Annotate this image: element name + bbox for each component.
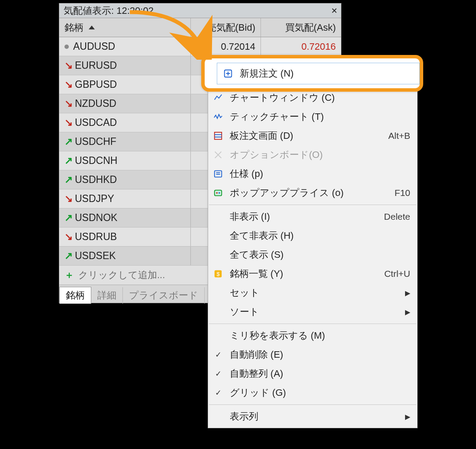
menu-item-auto-arrange[interactable]: ✓ 自動整列 (A) — [208, 364, 417, 383]
bid-cell: 0.72014 — [191, 37, 261, 56]
menu-item-hide-all[interactable]: 全て非表示 (H) — [208, 226, 417, 245]
trend-down-icon: ↘ — [64, 231, 71, 243]
menu-item-show-all[interactable]: 全て表示 (S) — [208, 245, 417, 264]
submenu-arrow-icon: ▶ — [405, 308, 410, 316]
trend-down-icon: ↘ — [64, 60, 71, 71]
spec-icon — [212, 168, 224, 180]
symbol-name: AUDUSD — [73, 41, 115, 52]
tab-details[interactable]: 詳細 — [91, 287, 123, 304]
tab-priceboard[interactable]: プライスボード — [123, 287, 205, 304]
symbol-name: USDRUB — [75, 231, 117, 243]
menu-separator — [209, 404, 416, 405]
close-icon[interactable]: ✕ — [330, 6, 338, 15]
menu-item-option-board: オプションボード(O) — [208, 145, 417, 164]
symbol-name: USDCHF — [75, 136, 116, 148]
svg-rect-7 — [215, 190, 222, 196]
trend-down-icon: ↘ — [64, 193, 71, 205]
symbol-name: USDJPY — [75, 193, 114, 205]
check-icon: ✓ — [212, 369, 224, 378]
plus-icon: ＋ — [64, 269, 74, 282]
symbol-list-icon: $ — [212, 268, 224, 279]
menu-item-hide[interactable]: 非表示 (I) Delete — [208, 207, 417, 226]
header-symbol-label: 銘柄 — [64, 21, 84, 34]
menu-item-columns[interactable]: 表示列 ▶ — [208, 407, 417, 426]
symbol-name: GBPUSD — [75, 79, 117, 90]
titlebar: 気配値表示: 12:20:02 ✕ — [59, 3, 341, 18]
menu-item-show-ms[interactable]: ミリ秒を表示する (M) — [208, 326, 417, 345]
option-board-icon — [212, 149, 224, 160]
check-icon: ✓ — [212, 350, 224, 359]
dot-icon — [64, 45, 69, 49]
symbol-name: USDHKD — [75, 174, 117, 186]
column-headers: 銘柄 売気配(Bid) 買気配(Ask) — [59, 18, 341, 37]
trend-up-icon: ↗ — [64, 174, 71, 186]
menu-separator — [209, 324, 416, 324]
svg-rect-1 — [215, 132, 222, 140]
tab-symbols[interactable]: 銘柄 — [59, 287, 91, 304]
symbol-name: USDCNH — [75, 155, 117, 167]
trend-up-icon: ↗ — [64, 250, 71, 262]
sort-ascending-icon — [89, 26, 95, 29]
ask-cell: 0.72016 — [261, 37, 341, 56]
svg-text:$: $ — [216, 271, 219, 277]
menu-item-tick-chart[interactable]: ティックチャート (T) — [208, 107, 417, 126]
header-bid[interactable]: 売気配(Bid) — [191, 18, 261, 37]
trend-down-icon: ↘ — [64, 117, 71, 128]
symbol-name: USDNOK — [75, 212, 117, 224]
menu-item-auto-delete[interactable]: ✓ 自動削除 (E) — [208, 345, 417, 364]
svg-point-9 — [219, 192, 220, 194]
submenu-arrow-icon: ▶ — [405, 413, 410, 421]
trend-down-icon: ↘ — [64, 79, 71, 90]
trend-up-icon: ↗ — [64, 212, 71, 224]
popup-price-icon — [212, 187, 224, 199]
symbol-name: USDCAD — [75, 117, 117, 128]
submenu-arrow-icon: ▶ — [405, 289, 410, 297]
menu-item-set[interactable]: セット ▶ — [208, 283, 417, 302]
window-title: 気配値表示: 12:20:02 — [64, 4, 154, 17]
chart-window-icon — [212, 92, 224, 103]
callout-highlight: 新規注文 (N) — [201, 55, 423, 92]
menu-item-symbol-list[interactable]: $ 銘柄一覧 (Y) Ctrl+U — [208, 264, 417, 283]
menu-item-depth[interactable]: 板注文画面 (D) Alt+B — [208, 126, 417, 145]
menu-separator — [209, 205, 416, 205]
tick-chart-icon — [212, 111, 224, 122]
add-symbol-label: クリックして追加... — [78, 269, 165, 282]
menu-item-grid[interactable]: ✓ グリッド (G) — [208, 383, 417, 402]
trend-up-icon: ↗ — [64, 136, 71, 148]
menu-item-sort[interactable]: ソート ▶ — [208, 302, 417, 321]
trend-down-icon: ↘ — [64, 98, 71, 109]
symbol-name: EURUSD — [75, 60, 117, 71]
table-row[interactable]: AUDUSD0.720140.72016 — [59, 37, 341, 56]
context-menu: チャートウィンドウ (C) ティックチャート (T) 板注文画面 (D) Alt… — [208, 86, 418, 428]
header-symbol[interactable]: 銘柄 — [59, 18, 191, 37]
depth-icon — [212, 130, 224, 141]
menu-item-new-order[interactable]: 新規注文 (N) — [217, 63, 420, 84]
header-ask[interactable]: 買気配(Ask) — [261, 18, 341, 37]
trend-up-icon: ↗ — [64, 155, 71, 167]
menu-label: 新規注文 (N) — [240, 67, 419, 80]
menu-item-popup-price[interactable]: ポップアッププライス (o) F10 — [208, 183, 417, 202]
symbol-name: USDSEK — [75, 250, 116, 262]
symbol-name: NZDUSD — [75, 98, 116, 109]
menu-item-spec[interactable]: 仕様 (p) — [208, 164, 417, 183]
svg-point-8 — [216, 192, 218, 194]
new-order-icon — [222, 68, 234, 79]
check-icon: ✓ — [212, 388, 224, 398]
